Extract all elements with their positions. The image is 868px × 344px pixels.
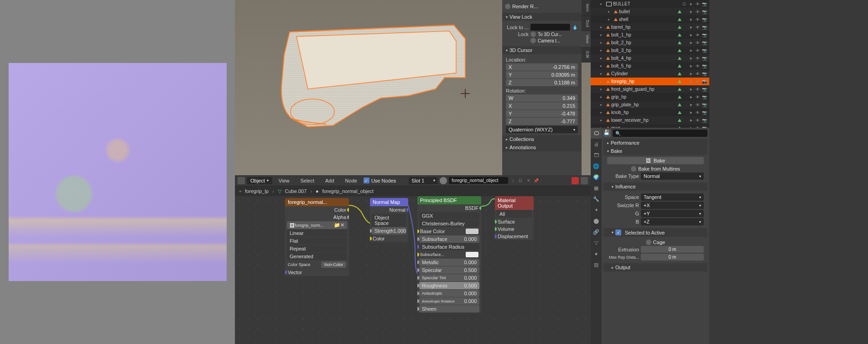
expand-icon[interactable]: ▸ [600, 2, 605, 6]
save-icon[interactable]: 💾 [603, 130, 611, 137]
visibility-icon[interactable]: 👁 [695, 40, 701, 46]
selectable-icon[interactable]: ➤ [688, 63, 694, 69]
performance-header[interactable]: Performance [603, 139, 707, 147]
render-icon[interactable]: 📷 [702, 47, 707, 53]
roughness-value[interactable]: 0.500 [464, 283, 477, 288]
foregrip-object[interactable] [262, 18, 472, 137]
cursor-x[interactable]: X-0.2756 m [506, 63, 578, 71]
selectable-icon[interactable]: ➤ [688, 102, 694, 108]
expand-icon[interactable]: ▸ [600, 79, 605, 83]
max-ray-field[interactable]: 0 m [641, 254, 704, 261]
outliner-row[interactable]: ▸Cylinder➤👁📷 [591, 70, 709, 78]
visibility-icon[interactable]: 👁 [695, 55, 701, 61]
principled-bsdf-node[interactable]: Principled BSDF BSDF GGX Christensen-Bur… [417, 196, 481, 313]
visibility-icon[interactable]: 👁 [695, 1, 701, 7]
tab-data[interactable]: ▽ [591, 237, 602, 248]
outliner-row[interactable]: ▸bullet➤👁📷 [591, 8, 709, 16]
selectable-icon[interactable]: ➤ [688, 86, 694, 92]
visibility-icon[interactable]: 👁 [695, 24, 701, 30]
render-icon[interactable]: 📷 [702, 40, 707, 46]
annotations-header[interactable]: Annotations [502, 143, 582, 151]
collections-header[interactable]: Collections [502, 135, 582, 143]
sss-color-swatch[interactable] [466, 252, 478, 257]
bake-type-dropdown[interactable]: Normal [641, 172, 704, 180]
render-icon[interactable]: 📷 [702, 32, 707, 38]
visibility-icon[interactable]: 👁 [695, 9, 701, 15]
radio-icon[interactable] [505, 4, 510, 9]
snap-icon[interactable] [572, 177, 579, 184]
visibility-icon[interactable]: 👁 [695, 102, 701, 108]
tab-render[interactable]: 🖵 [591, 128, 602, 139]
3d-viewport[interactable]: X Y Render R... View Lock Lock to ... 💧 … [235, 0, 591, 175]
target-dropdown[interactable]: All [499, 211, 505, 217]
tab-view[interactable]: View [582, 31, 591, 47]
render-icon[interactable]: 📷 [702, 109, 707, 115]
3d-cursor-header[interactable]: 3D Cursor [502, 46, 582, 54]
bake-header[interactable]: Bake [603, 147, 707, 155]
overlay-icon[interactable] [581, 177, 588, 184]
normal-map-node[interactable]: Normal Map Normal Object Space Strength1… [370, 198, 408, 242]
expand-icon[interactable]: ▸ [608, 17, 613, 21]
expand-icon[interactable]: ▸ [600, 64, 605, 68]
render-icon[interactable]: 📷 [702, 16, 707, 22]
interp-dropdown[interactable]: Linear [290, 230, 304, 236]
selectable-icon[interactable]: ➤ [688, 71, 694, 77]
menu-select[interactable]: Select [296, 177, 319, 184]
outliner-row[interactable]: ▸grip_plate_hp➤👁📷 [591, 101, 709, 109]
visibility-icon[interactable]: 👁 [695, 78, 701, 84]
tab-modifier[interactable]: 🔧 [591, 193, 602, 204]
distribution-dropdown[interactable]: GGX [422, 213, 433, 219]
cursor-y[interactable]: Y0.03095 m [506, 71, 578, 78]
selectable-icon[interactable]: ➤ [688, 55, 694, 61]
menu-view[interactable]: View [274, 177, 294, 184]
swizzle-g-dropdown[interactable]: +Y [641, 210, 704, 217]
visibility-icon[interactable]: 👁 [695, 32, 701, 38]
material-output-node[interactable]: Material Output All Surface Volume Displ… [495, 196, 534, 240]
selectable-icon[interactable]: ➤ [688, 9, 694, 15]
tab-constraint[interactable]: 🔗 [591, 226, 602, 237]
selectable-icon[interactable]: ➤ [688, 109, 694, 115]
render-icon[interactable]: 📷 [702, 117, 707, 123]
render-icon[interactable]: 📷 [702, 71, 707, 77]
radio-icon[interactable] [530, 38, 536, 43]
selectable-icon[interactable]: ➤ [688, 24, 694, 30]
cursor-z[interactable]: Z0.1188 m [506, 79, 578, 86]
tab-particle[interactable]: ✦ [591, 204, 602, 215]
new-icon[interactable]: 🗋 [518, 177, 524, 183]
bake-button[interactable]: 🖼Bake [607, 157, 704, 164]
sel-active-checkbox[interactable] [615, 229, 621, 235]
sss-method-dropdown[interactable]: Christensen-Burley [422, 221, 465, 226]
visibility-icon[interactable]: 👁 [695, 94, 701, 100]
tab-output[interactable]: 🖨 [591, 139, 602, 150]
tab-material[interactable]: ● [591, 248, 602, 259]
swizzle-r-dropdown[interactable]: +X [641, 202, 704, 209]
space-dropdown[interactable]: Tangent [641, 193, 704, 201]
outliner-row[interactable]: ▸shell➤👁📷 [591, 16, 709, 23]
expand-icon[interactable]: ▸ [600, 25, 605, 29]
outliner-row[interactable]: ▸bolt_5_hp➤👁📷 [591, 62, 709, 70]
expand-icon[interactable]: ▸ [600, 33, 605, 37]
visibility-icon[interactable]: 👁 [695, 86, 701, 92]
eyedropper-icon[interactable]: 💧 [572, 24, 578, 30]
render-icon[interactable]: 📷 [702, 9, 707, 15]
render-icon[interactable]: 📷 [702, 102, 707, 108]
selectable-icon[interactable]: ➤ [688, 78, 694, 84]
editor-type-icon[interactable] [238, 177, 245, 184]
outliner-row[interactable]: ▸knob_hp➤👁📷 [591, 109, 709, 116]
outliner[interactable]: ▸BULLET☑➤👁📷▸bullet➤👁📷▸shell➤👁📷▸barrel_hp… [591, 0, 709, 128]
bc-mesh[interactable]: Cube.007 [285, 188, 307, 194]
expand-icon[interactable]: ▸ [600, 103, 605, 107]
use-nodes-checkbox[interactable] [364, 177, 369, 183]
visibility-icon[interactable]: 👁 [695, 47, 701, 53]
tab-world[interactable]: 🌍 [591, 172, 602, 182]
outliner-row[interactable]: ▸barrel_hp➤👁📷 [591, 23, 709, 31]
selectable-icon[interactable]: ➤ [688, 117, 694, 123]
outliner-row[interactable]: ▸lower_receiver_hp➤👁📷 [591, 116, 709, 124]
output-header[interactable]: Output [603, 263, 707, 271]
tab-edit[interactable]: Edit [582, 47, 591, 63]
cursor-rx[interactable]: X0.215 [506, 102, 578, 109]
render-icon[interactable]: 📷 [702, 24, 707, 30]
spec-tint-value[interactable]: 0.000 [464, 275, 477, 281]
expand-icon[interactable]: ▸ [600, 118, 605, 122]
radio-icon[interactable] [530, 31, 536, 37]
